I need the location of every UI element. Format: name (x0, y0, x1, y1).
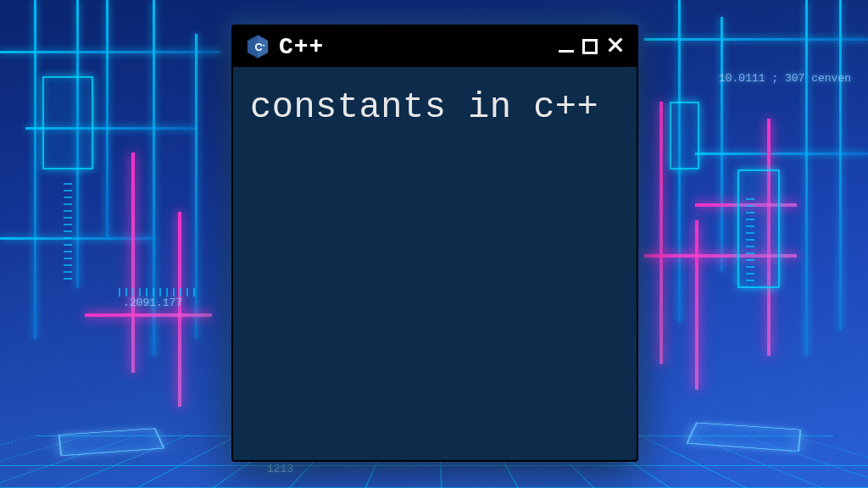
deco-text-2: .2091.177 (123, 297, 182, 309)
window-title: C++ (279, 34, 550, 60)
terminal-text: constants in c++ (250, 87, 598, 128)
maximize-icon (582, 39, 598, 54)
terminal-window: C ++ C++ constants in c++ (231, 25, 638, 462)
window-controls (559, 36, 625, 58)
maximize-button[interactable] (582, 39, 598, 54)
svg-text:++: ++ (260, 43, 265, 47)
titlebar[interactable]: C ++ C++ (233, 26, 637, 67)
close-icon (606, 36, 625, 54)
close-button[interactable] (606, 36, 625, 58)
cpp-logo-icon: C ++ (245, 34, 270, 59)
terminal-body: constants in c++ (233, 67, 637, 460)
minimize-icon (559, 50, 574, 53)
minimize-button[interactable] (559, 42, 574, 53)
deco-text-1: 10.0111 ; 307 cenven (719, 72, 851, 85)
